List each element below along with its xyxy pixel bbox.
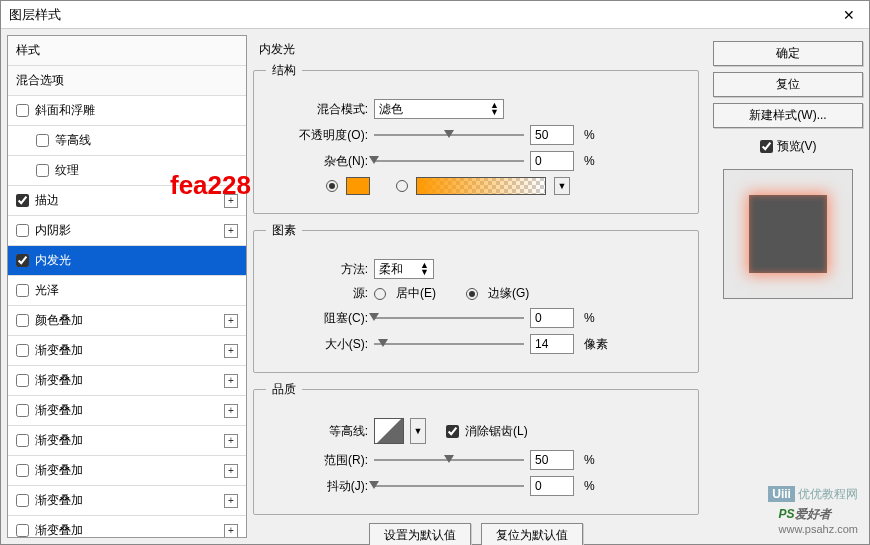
satin-checkbox[interactable] bbox=[16, 284, 29, 297]
blend-mode-select[interactable]: 滤色 ▲▼ bbox=[374, 99, 504, 119]
antialias-checkbox[interactable] bbox=[446, 425, 459, 438]
gradient-overlay-checkbox[interactable] bbox=[16, 434, 29, 447]
gradient-overlay-checkbox[interactable] bbox=[16, 404, 29, 417]
sidebar-label: 光泽 bbox=[35, 282, 59, 299]
close-icon[interactable]: ✕ bbox=[837, 5, 861, 25]
plus-icon[interactable]: + bbox=[224, 374, 238, 388]
preview-swatch bbox=[749, 195, 827, 273]
sidebar-item-gradient-overlay[interactable]: 渐变叠加 + bbox=[8, 336, 246, 366]
range-input[interactable]: 50 bbox=[530, 450, 574, 470]
watermark-color-code: fea228 bbox=[170, 170, 251, 201]
glow-color-swatch[interactable] bbox=[346, 177, 370, 195]
quality-legend: 品质 bbox=[266, 381, 302, 398]
opacity-input[interactable]: 50 bbox=[530, 125, 574, 145]
size-slider[interactable] bbox=[374, 337, 524, 351]
plus-icon[interactable]: + bbox=[224, 314, 238, 328]
plus-icon[interactable]: + bbox=[224, 524, 238, 538]
range-slider[interactable] bbox=[374, 453, 524, 467]
cancel-button[interactable]: 复位 bbox=[713, 72, 863, 97]
noise-unit: % bbox=[584, 154, 595, 168]
texture-checkbox[interactable] bbox=[36, 164, 49, 177]
color-radio[interactable] bbox=[326, 180, 338, 192]
new-style-button[interactable]: 新建样式(W)... bbox=[713, 103, 863, 128]
sidebar-item-gradient-overlay[interactable]: 渐变叠加 + bbox=[8, 426, 246, 456]
gradient-dropdown[interactable]: ▼ bbox=[554, 177, 570, 195]
gradient-overlay-checkbox[interactable] bbox=[16, 464, 29, 477]
jitter-slider[interactable] bbox=[374, 479, 524, 493]
plus-icon[interactable]: + bbox=[224, 224, 238, 238]
dropdown-arrows-icon: ▲▼ bbox=[490, 102, 499, 116]
gradient-overlay-checkbox[interactable] bbox=[16, 494, 29, 507]
sidebar-item-styles[interactable]: 样式 bbox=[8, 36, 246, 66]
ok-button[interactable]: 确定 bbox=[713, 41, 863, 66]
sidebar-item-gradient-overlay[interactable]: 渐变叠加 + bbox=[8, 366, 246, 396]
gradient-overlay-checkbox[interactable] bbox=[16, 524, 29, 537]
sidebar-item-gradient-overlay[interactable]: 渐变叠加 + bbox=[8, 486, 246, 516]
sidebar-label: 渐变叠加 bbox=[35, 522, 83, 538]
sidebar-label: 混合选项 bbox=[16, 72, 64, 89]
range-label: 范围(R): bbox=[266, 452, 368, 469]
bevel-checkbox[interactable] bbox=[16, 104, 29, 117]
sidebar-item-gradient-overlay[interactable]: 渐变叠加 + bbox=[8, 456, 246, 486]
gradient-radio[interactable] bbox=[396, 180, 408, 192]
plus-icon[interactable]: + bbox=[224, 494, 238, 508]
elements-legend: 图素 bbox=[266, 222, 302, 239]
gradient-overlay-checkbox[interactable] bbox=[16, 374, 29, 387]
source-edge-radio[interactable] bbox=[466, 288, 478, 300]
antialias-label: 消除锯齿(L) bbox=[465, 423, 528, 440]
choke-label: 阻塞(C): bbox=[266, 310, 368, 327]
jitter-unit: % bbox=[584, 479, 595, 493]
reset-default-button[interactable]: 复位为默认值 bbox=[481, 523, 583, 545]
gradient-overlay-checkbox[interactable] bbox=[16, 344, 29, 357]
choke-slider[interactable] bbox=[374, 311, 524, 325]
window-title: 图层样式 bbox=[9, 6, 61, 24]
sidebar-item-inner-shadow[interactable]: 内阴影 + bbox=[8, 216, 246, 246]
inner-glow-checkbox[interactable] bbox=[16, 254, 29, 267]
sidebar-item-color-overlay[interactable]: 颜色叠加 + bbox=[8, 306, 246, 336]
sidebar-item-satin[interactable]: 光泽 bbox=[8, 276, 246, 306]
opacity-unit: % bbox=[584, 128, 595, 142]
size-input[interactable]: 14 bbox=[530, 334, 574, 354]
glow-gradient[interactable] bbox=[416, 177, 546, 195]
range-unit: % bbox=[584, 453, 595, 467]
sidebar-item-gradient-overlay[interactable]: 渐变叠加 + bbox=[8, 396, 246, 426]
contour-dropdown[interactable]: ▼ bbox=[410, 418, 426, 444]
make-default-button[interactable]: 设置为默认值 bbox=[369, 523, 471, 545]
opacity-slider[interactable] bbox=[374, 128, 524, 142]
method-select[interactable]: 柔和 ▲▼ bbox=[374, 259, 434, 279]
sidebar-item-blend-options[interactable]: 混合选项 bbox=[8, 66, 246, 96]
noise-slider[interactable] bbox=[374, 154, 524, 168]
preview-checkbox[interactable] bbox=[760, 140, 773, 153]
sidebar-item-gradient-overlay[interactable]: 渐变叠加 + bbox=[8, 516, 246, 538]
style-list: 样式 混合选项 斜面和浮雕 等高线 纹理 描边 + 内阴影 + bbox=[7, 35, 247, 538]
source-center-radio[interactable] bbox=[374, 288, 386, 300]
inner-shadow-checkbox[interactable] bbox=[16, 224, 29, 237]
sidebar-item-contour[interactable]: 等高线 bbox=[8, 126, 246, 156]
sidebar-item-bevel[interactable]: 斜面和浮雕 bbox=[8, 96, 246, 126]
sidebar-label: 描边 bbox=[35, 192, 59, 209]
stroke-checkbox[interactable] bbox=[16, 194, 29, 207]
sidebar-label: 渐变叠加 bbox=[35, 492, 83, 509]
contour-label: 等高线: bbox=[266, 423, 368, 440]
source-center-label: 居中(E) bbox=[396, 285, 436, 302]
blend-mode-value: 滤色 bbox=[379, 101, 403, 118]
sidebar-label: 内发光 bbox=[35, 252, 71, 269]
contour-checkbox[interactable] bbox=[36, 134, 49, 147]
plus-icon[interactable]: + bbox=[224, 434, 238, 448]
method-label: 方法: bbox=[266, 261, 368, 278]
titlebar: 图层样式 ✕ bbox=[1, 1, 869, 29]
jitter-input[interactable]: 0 bbox=[530, 476, 574, 496]
sidebar-label: 样式 bbox=[16, 42, 40, 59]
sidebar-label: 渐变叠加 bbox=[35, 342, 83, 359]
sidebar-item-inner-glow[interactable]: 内发光 bbox=[8, 246, 246, 276]
method-value: 柔和 bbox=[379, 261, 403, 278]
sidebar-label: 颜色叠加 bbox=[35, 312, 83, 329]
color-overlay-checkbox[interactable] bbox=[16, 314, 29, 327]
sidebar-label: 纹理 bbox=[55, 162, 79, 179]
plus-icon[interactable]: + bbox=[224, 464, 238, 478]
choke-input[interactable]: 0 bbox=[530, 308, 574, 328]
contour-picker[interactable] bbox=[374, 418, 404, 444]
plus-icon[interactable]: + bbox=[224, 344, 238, 358]
noise-input[interactable]: 0 bbox=[530, 151, 574, 171]
plus-icon[interactable]: + bbox=[224, 404, 238, 418]
